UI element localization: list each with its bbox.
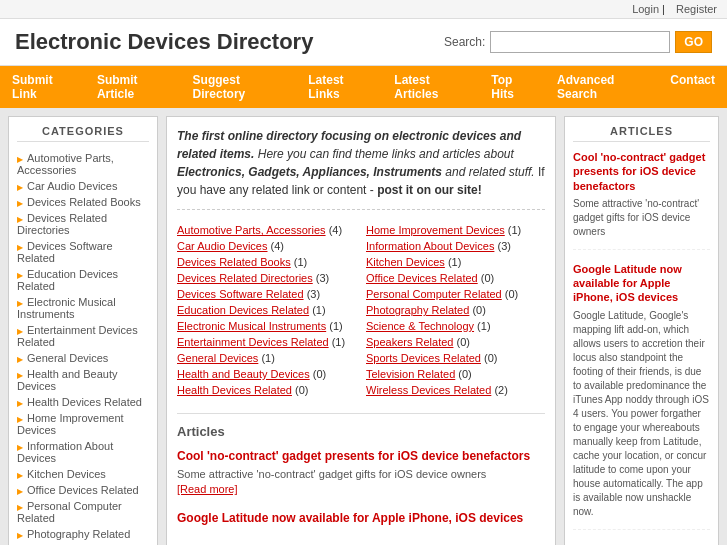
sidebar-category-link[interactable]: General Devices xyxy=(27,352,108,364)
nav-item[interactable]: Submit Article xyxy=(85,66,181,108)
search-button[interactable]: GO xyxy=(675,31,712,53)
list-item: Health and Beauty Devices (0) xyxy=(177,366,356,382)
register-link[interactable]: Register xyxy=(676,3,717,15)
nav-item[interactable]: Top Hits xyxy=(479,66,545,108)
category-link[interactable]: Automotive Parts, Accessories xyxy=(177,224,326,236)
category-link[interactable]: Sports Devices Related xyxy=(366,352,481,364)
sidebar-category-link[interactable]: Health and Beauty Devices xyxy=(17,368,118,392)
sidebar-category-link[interactable]: Car Audio Devices xyxy=(27,180,118,192)
list-item: Home Improvement Devices (1) xyxy=(366,222,545,238)
list-item: Office Devices Related xyxy=(17,482,149,498)
sidebar-category-link[interactable]: Devices Software Related xyxy=(17,240,113,264)
list-item: Science & Technology (1) xyxy=(366,318,545,334)
category-count: (1) xyxy=(294,256,307,268)
sidebar-category-link[interactable]: Electronic Musical Instruments xyxy=(17,296,116,320)
category-link[interactable]: Health and Beauty Devices xyxy=(177,368,310,380)
right-sidebar-articles: Cool 'no-contract' gadget presents for i… xyxy=(573,150,710,545)
articles-section: Articles Cool 'no-contract' gadget prese… xyxy=(177,413,545,525)
login-link[interactable]: Login xyxy=(632,3,659,15)
left-sidebar-list: Automotive Parts, AccessoriesCar Audio D… xyxy=(17,150,149,545)
category-link[interactable]: Kitchen Devices xyxy=(366,256,445,268)
nav-item[interactable]: Latest Articles xyxy=(382,66,479,108)
sidebar-category-link[interactable]: Health Devices Related xyxy=(27,396,142,408)
articles-heading: Articles xyxy=(177,424,545,439)
list-item: Entertainment Devices Related xyxy=(17,322,149,350)
category-link[interactable]: General Devices xyxy=(177,352,258,364)
right-sidebar-heading: ARTICLES xyxy=(573,125,710,142)
category-link[interactable]: Devices Related Directories xyxy=(177,272,313,284)
search-label: Search: xyxy=(444,35,485,49)
list-item: Speakers Related (0) xyxy=(366,334,545,350)
category-column-left: Automotive Parts, Accessories (4)Car Aud… xyxy=(177,222,356,398)
header: Electronic Devices Directory Search: GO xyxy=(0,19,727,66)
category-count: (1) xyxy=(332,336,345,348)
list-item: Personal Computer Related (0) xyxy=(366,286,545,302)
sidebar-article-summary: Google Latitude, Google's mapping lift a… xyxy=(573,309,710,519)
category-link[interactable]: Car Audio Devices xyxy=(177,240,268,252)
intro-bold: The first online directory focusing on e… xyxy=(177,129,521,161)
site-title: Electronic Devices Directory xyxy=(15,29,313,55)
list-item: Health Devices Related (0) xyxy=(177,382,356,398)
category-link[interactable]: Wireless Devices Related xyxy=(366,384,491,396)
category-count: (3) xyxy=(497,240,510,252)
category-link[interactable]: Information About Devices xyxy=(366,240,494,252)
list-item: Car Audio Devices (4) xyxy=(177,238,356,254)
category-link[interactable]: Entertainment Devices Related xyxy=(177,336,329,348)
category-link[interactable]: Television Related xyxy=(366,368,455,380)
sidebar-category-link[interactable]: Home Improvement Devices xyxy=(17,412,124,436)
list-item: Information About Devices xyxy=(17,438,149,466)
category-link[interactable]: Personal Computer Related xyxy=(366,288,502,300)
category-link[interactable]: Health Devices Related xyxy=(177,384,292,396)
sidebar-category-link[interactable]: Automotive Parts, Accessories xyxy=(17,152,114,176)
list-item: Education Devices Related xyxy=(17,266,149,294)
category-count: (2) xyxy=(494,384,507,396)
article-title: Google Latitude now available for Apple … xyxy=(177,511,545,525)
nav-item[interactable]: Submit Link xyxy=(0,66,85,108)
category-count: (4) xyxy=(329,224,342,236)
list-item: Home Improvement Devices xyxy=(17,410,149,438)
category-column-right: Home Improvement Devices (1)Information … xyxy=(366,222,545,398)
read-more-link[interactable]: [Read more] xyxy=(177,483,238,495)
nav-item[interactable]: Contact xyxy=(658,66,727,108)
category-link[interactable]: Photography Related xyxy=(366,304,469,316)
category-link[interactable]: Electronic Musical Instruments xyxy=(177,320,326,332)
sidebar-category-link[interactable]: Devices Related Directories xyxy=(17,212,107,236)
sidebar-article: Cool 'no-contract' gadget presents for i… xyxy=(573,150,710,250)
category-link[interactable]: Home Improvement Devices xyxy=(366,224,505,236)
list-item: Health and Beauty Devices xyxy=(17,366,149,394)
nav-item[interactable]: Latest Links xyxy=(296,66,382,108)
sidebar-category-link[interactable]: Information About Devices xyxy=(17,440,113,464)
category-count: (0) xyxy=(457,336,470,348)
sidebar-category-link[interactable]: Office Devices Related xyxy=(27,484,139,496)
category-link[interactable]: Devices Related Books xyxy=(177,256,291,268)
sidebar-category-link[interactable]: Kitchen Devices xyxy=(27,468,106,480)
nav-item[interactable]: Advanced Search xyxy=(545,66,658,108)
sidebar-category-link[interactable]: Photography Related xyxy=(27,528,130,540)
category-link[interactable]: Devices Software Related xyxy=(177,288,304,300)
sidebar-article: Google Latitude now available for Apple … xyxy=(573,262,710,530)
category-count: (1) xyxy=(329,320,342,332)
category-link[interactable]: Education Devices Related xyxy=(177,304,309,316)
categories-heading: CATEGORIES xyxy=(17,125,149,142)
nav-item[interactable]: Suggest Directory xyxy=(181,66,297,108)
search-input[interactable] xyxy=(490,31,670,53)
list-item: Information About Devices (3) xyxy=(366,238,545,254)
category-count: (3) xyxy=(316,272,329,284)
sidebar-category-link[interactable]: Devices Related Books xyxy=(27,196,141,208)
category-count: (1) xyxy=(312,304,325,316)
list-item: Devices Software Related xyxy=(17,238,149,266)
nav-bar: Submit LinkSubmit ArticleSuggest Directo… xyxy=(0,66,727,108)
category-count: (3) xyxy=(307,288,320,300)
search-area: Search: GO xyxy=(444,31,712,53)
sidebar-category-link[interactable]: Education Devices Related xyxy=(17,268,118,292)
sidebar-category-link[interactable]: Personal Computer Related xyxy=(17,500,122,524)
category-count: (4) xyxy=(271,240,284,252)
category-link[interactable]: Speakers Related xyxy=(366,336,453,348)
list-item: Photography Related xyxy=(17,526,149,542)
articles-list: Cool 'no-contract' gadget presents for i… xyxy=(177,449,545,525)
category-link[interactable]: Science & Technology xyxy=(366,320,474,332)
category-link[interactable]: Office Devices Related xyxy=(366,272,478,284)
category-count: (0) xyxy=(458,368,471,380)
list-item: Photography Related (0) xyxy=(366,302,545,318)
sidebar-category-link[interactable]: Entertainment Devices Related xyxy=(17,324,138,348)
